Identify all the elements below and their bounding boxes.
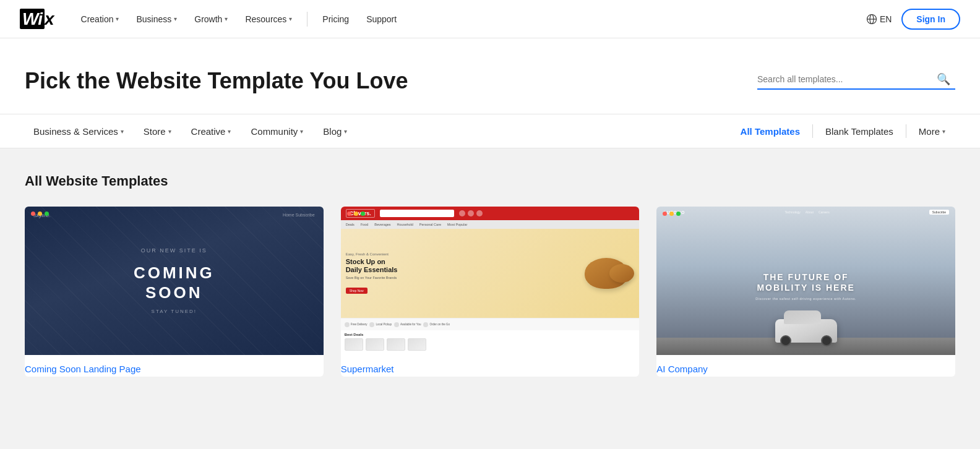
template-label-supermarket: Supermarket xyxy=(341,355,640,377)
sm-text: Easy, Fresh & Convenient Stock Up on Dai… xyxy=(346,252,574,294)
template-thumbnail-supermarket: Clevers. Deals Food Beverages Household xyxy=(341,207,640,355)
cat-creative[interactable]: Creative ▾ xyxy=(183,121,240,142)
sign-in-button[interactable]: Sign In xyxy=(901,9,960,30)
sm-deals: Best Deals xyxy=(341,330,640,355)
minimize-dot xyxy=(669,212,674,216)
cat-business-services[interactable]: Business & Services ▾ xyxy=(25,121,132,142)
globe-icon xyxy=(866,14,877,25)
sm-nav-popular: Most Popular xyxy=(447,223,467,226)
ai-car xyxy=(769,309,843,343)
sm-topbar: Clevers. xyxy=(341,207,640,220)
nav-resources[interactable]: Resources ▾ xyxy=(238,11,299,28)
sm-badges: Free Delivery Local Pickup Available for… xyxy=(341,318,640,330)
nav-links: Creation ▾ Business ▾ Growth ▾ Resources… xyxy=(74,11,866,28)
minimize-dot xyxy=(354,212,358,216)
sm-nav-household: Household xyxy=(397,223,413,226)
deal-item-4 xyxy=(408,338,426,351)
category-links: Business & Services ▾ Store ▾ Creative ▾… xyxy=(25,121,731,142)
supermarket-preview: Clevers. Deals Food Beverages Household xyxy=(341,207,640,355)
template-card-supermarket[interactable]: Clevers. Deals Food Beverages Household xyxy=(341,207,640,377)
cs-tagline: OUR NEW SITE IS xyxy=(141,247,207,254)
sm-icon-3 xyxy=(476,210,483,216)
car-body xyxy=(775,319,837,343)
sm-nav-food: Food xyxy=(361,223,369,226)
available-icon xyxy=(394,322,399,327)
bread-image xyxy=(585,258,628,289)
sm-badge-pickup: Local Pickup xyxy=(369,322,392,327)
chevron-down-icon: ▾ xyxy=(289,15,292,22)
chevron-down-icon: ▾ xyxy=(168,128,171,135)
search-bar: 🔍 xyxy=(757,72,955,90)
chevron-down-icon: ▾ xyxy=(344,128,347,135)
sm-badge-order: Order on the Go xyxy=(423,322,450,327)
ai-nav-about: About xyxy=(806,210,814,214)
chevron-down-icon: ▾ xyxy=(228,128,231,135)
sm-tagline: Easy, Fresh & Convenient xyxy=(346,252,574,256)
ai-nav-careers: Careers xyxy=(819,210,830,214)
search-icon[interactable]: 🔍 xyxy=(937,72,950,86)
language-selector[interactable]: EN xyxy=(866,14,892,25)
nav-divider xyxy=(307,12,307,27)
sm-nav-beverages: Beverages xyxy=(374,223,390,226)
nav-creation[interactable]: Creation ▾ xyxy=(74,11,127,28)
deal-item-2 xyxy=(366,338,384,351)
nav-support[interactable]: Support xyxy=(359,11,404,28)
blank-templates-link[interactable]: Blank Templates xyxy=(815,121,903,142)
deal-item-1 xyxy=(345,338,363,351)
close-dot xyxy=(663,212,667,216)
page-title: Pick the Website Template You Love xyxy=(25,68,408,94)
nav-business[interactable]: Business ▾ xyxy=(129,11,184,28)
cs-sub: STAY TUNED! xyxy=(152,309,197,314)
delivery-icon xyxy=(345,322,350,327)
chevron-down-icon: ▾ xyxy=(174,15,177,22)
logo[interactable]: Wix xyxy=(20,9,54,29)
maximize-dot xyxy=(45,212,49,216)
template-card-coming-soon[interactable]: Skyline. Home Subscribe OUR NEW SITE IS … xyxy=(25,207,324,377)
template-label-ai: AI Company xyxy=(656,355,955,377)
sm-icon-1 xyxy=(459,210,465,216)
sm-badge-available: Available for You xyxy=(394,322,421,327)
ai-nav-tech: Technology xyxy=(785,210,801,214)
category-navbar: Business & Services ▾ Store ▾ Creative ▾… xyxy=(0,114,980,148)
window-controls-sm xyxy=(347,212,365,216)
more-link[interactable]: More ▾ xyxy=(909,121,955,142)
main-content: All Website Templates Skyline. Home Subs… xyxy=(0,148,980,401)
cs-nav: Home Subscribe xyxy=(283,213,315,217)
all-templates-link[interactable]: All Templates xyxy=(731,121,810,142)
sm-icon-2 xyxy=(468,210,474,216)
sm-nav: Deals Food Beverages Household Personal … xyxy=(341,220,640,229)
sm-deals-row xyxy=(345,338,636,351)
sm-nav-deals: Deals xyxy=(346,223,355,226)
sm-food-image xyxy=(578,246,634,301)
cat-right-links: All Templates Blank Templates More ▾ xyxy=(731,121,955,142)
chevron-down-icon: ▾ xyxy=(121,128,124,135)
templates-grid: Skyline. Home Subscribe OUR NEW SITE IS … xyxy=(25,207,955,377)
car-wheel-left xyxy=(780,335,791,346)
cat-blog[interactable]: Blog ▾ xyxy=(314,121,356,142)
deal-item-3 xyxy=(387,338,405,351)
hero-section: Pick the Website Template You Love 🔍 xyxy=(0,38,980,114)
sm-sub: Save Big on Your Favorite Brands xyxy=(346,276,574,280)
ai-sub: Discover the safest self-driving experie… xyxy=(755,297,856,301)
ai-subscribe: Subscribe xyxy=(929,210,949,215)
cat-community[interactable]: Community ▾ xyxy=(242,121,312,142)
cat-store[interactable]: Store ▾ xyxy=(135,121,180,142)
template-card-ai-company[interactable]: AUTONO Technology About Careers Subscrib… xyxy=(656,207,955,377)
nav-right: EN Sign In xyxy=(866,9,960,30)
sm-search xyxy=(380,210,454,217)
coming-soon-preview: Skyline. Home Subscribe OUR NEW SITE IS … xyxy=(25,207,324,355)
bread-small xyxy=(609,264,634,283)
ai-topbar: AUTONO Technology About Careers Subscrib… xyxy=(656,207,955,218)
chevron-down-icon: ▾ xyxy=(225,15,228,22)
window-controls xyxy=(31,212,49,216)
search-input[interactable] xyxy=(757,74,937,84)
nav-pricing[interactable]: Pricing xyxy=(315,11,356,28)
maximize-dot xyxy=(676,212,681,216)
nav-growth[interactable]: Growth ▾ xyxy=(187,11,235,28)
order-icon xyxy=(423,322,428,327)
sm-icons xyxy=(459,210,483,216)
car-wheel-right xyxy=(821,335,832,346)
close-dot xyxy=(31,212,35,216)
sm-headline: Stock Up on Daily Essentials xyxy=(346,258,574,274)
template-thumbnail-coming-soon: Skyline. Home Subscribe OUR NEW SITE IS … xyxy=(25,207,324,355)
